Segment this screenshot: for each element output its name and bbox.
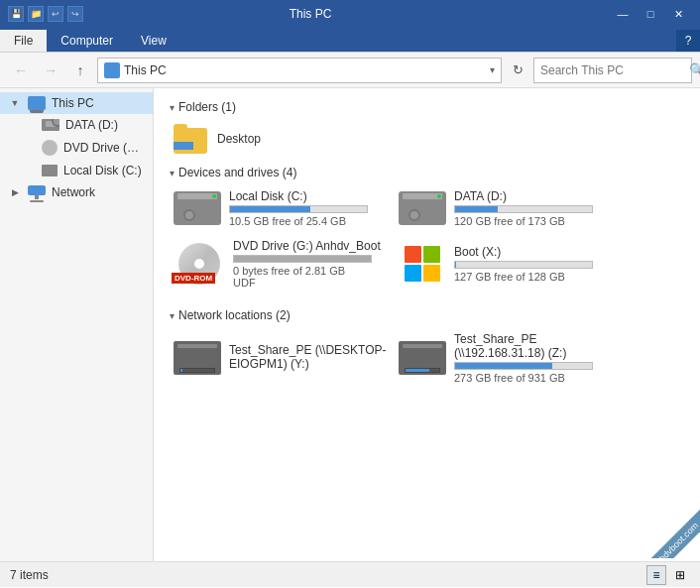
sidebar-label-this-pc: This PC [52, 96, 94, 110]
sidebar: ▼ This PC DATA (D:) DVD Drive (G:) Anhd … [0, 88, 154, 561]
refresh-button[interactable]: ↻ [506, 59, 529, 82]
expand-data-d-icon [22, 118, 36, 132]
sidebar-item-local-c[interactable]: Local Disk (C:) [0, 160, 153, 181]
drive-local-c-fill [230, 206, 310, 212]
drives-section-header: ▾ Devices and drives (4) [170, 162, 684, 183]
drives-grid: Local Disk (C:) 10.5 GB free of 25.4 GB … [174, 189, 684, 289]
windows-logo-icon [405, 246, 440, 282]
sidebar-label-dvd: DVD Drive (G:) Anhd [63, 141, 145, 155]
network-drives-grid: Test_Share_PE (\\DESKTOP-EIOGPM1) (Y:) T… [174, 332, 684, 384]
drive-dvd-g-fs: UDF [233, 277, 387, 289]
sidebar-item-this-pc[interactable]: ▼ This PC [0, 92, 153, 114]
drive-net-z[interactable]: Test_Share_PE (\\192.168.31.18) (Z:) 273… [399, 332, 612, 384]
expand-local-c-icon [22, 164, 36, 177]
net-drive-y-bar [179, 368, 215, 373]
close-button[interactable]: ✕ [664, 0, 692, 28]
up-button[interactable]: ↑ [67, 59, 93, 82]
drive-dvd-g-info: DVD Drive (G:) Anhdv_Boot 0 bytes free o… [233, 239, 387, 289]
drive-local-c[interactable]: Local Disk (C:) 10.5 GB free of 25.4 GB [174, 189, 387, 227]
expand-dvd-icon [22, 141, 36, 155]
drive-local-c-name: Local Disk (C:) [229, 189, 387, 203]
drive-net-z-icon [399, 340, 446, 376]
net-drive-z-bar [405, 368, 440, 373]
folders-section-header: ▾ Folders (1) [170, 96, 684, 118]
folders-toggle-icon[interactable]: ▾ [170, 102, 175, 113]
drive-net-z-info: Test_Share_PE (\\192.168.31.18) (Z:) 273… [454, 332, 612, 384]
main-area: ▼ This PC DATA (D:) DVD Drive (G:) Anhd … [0, 88, 700, 561]
network-icon [28, 185, 46, 199]
desktop-folder-item[interactable]: Desktop [174, 124, 684, 154]
drive-local-c-info: Local Disk (C:) 10.5 GB free of 25.4 GB [229, 189, 387, 227]
search-box[interactable]: 🔍 [533, 58, 692, 83]
search-input[interactable] [540, 63, 689, 77]
drive-boot-x-size: 127 GB free of 128 GB [454, 271, 612, 283]
list-view-button[interactable]: ≡ [646, 565, 666, 585]
address-pc-icon [104, 62, 120, 78]
sidebar-item-network[interactable]: ▶ Network [0, 181, 153, 203]
net-drive-z-fill [406, 369, 429, 372]
net-drive-z-visual [399, 341, 446, 375]
ribbon: File Computer View ? [0, 28, 700, 53]
help-button[interactable]: ? [676, 30, 700, 52]
drive-dvd-g[interactable]: DVD-ROM DVD Drive (G:) Anhdv_Boot 0 byte… [174, 239, 387, 289]
tab-computer[interactable]: Computer [47, 30, 127, 52]
address-text: This PC [124, 63, 486, 77]
search-icon: 🔍 [689, 62, 700, 77]
content-area: ▾ Folders (1) Desktop ▾ Devices and driv… [154, 88, 700, 561]
drive-boot-x-bar [454, 261, 593, 269]
status-count: 7 items [10, 568, 49, 582]
drive-boot-x-icon [399, 246, 446, 282]
drive-data-d-bar [454, 205, 593, 213]
drive-net-z-fill [455, 363, 552, 369]
sidebar-item-dvd-g[interactable]: DVD Drive (G:) Anhd [0, 136, 153, 160]
drive-data-d-fill [455, 206, 498, 212]
drive-net-y[interactable]: Test_Share_PE (\\DESKTOP-EIOGPM1) (Y:) [174, 332, 387, 384]
sidebar-label-network: Network [52, 185, 95, 199]
address-dropdown-icon[interactable]: ▾ [490, 64, 495, 75]
status-bar: 7 items ≡ ⊞ [0, 561, 700, 587]
drive-boot-x[interactable]: Boot (X:) 127 GB free of 128 GB [399, 239, 612, 289]
forward-button[interactable]: → [38, 59, 63, 82]
dvd-icon [42, 140, 58, 156]
drive-dvd-g-name: DVD Drive (G:) Anhdv_Boot [233, 239, 387, 253]
grid-view-button[interactable]: ⊞ [670, 565, 690, 585]
local-c-icon [42, 165, 58, 176]
net-drive-y-fill [180, 369, 182, 372]
drive-data-d-name: DATA (D:) [454, 189, 612, 203]
desktop-folder-icon [174, 124, 209, 154]
net-drive-y-visual [174, 341, 221, 375]
folders-section-title: Folders (1) [178, 100, 236, 114]
drive-data-d-info: DATA (D:) 120 GB free of 173 GB [454, 189, 612, 227]
data-d-icon [42, 119, 59, 131]
view-controls: ≡ ⊞ [646, 565, 690, 585]
network-toggle-icon[interactable]: ▾ [170, 310, 175, 321]
back-button[interactable]: ← [8, 59, 34, 82]
maximize-button[interactable]: □ [637, 0, 664, 28]
drive-boot-x-info: Boot (X:) 127 GB free of 128 GB [454, 245, 612, 283]
drives-toggle-icon[interactable]: ▾ [170, 168, 175, 178]
drive-data-d-icon [399, 190, 446, 226]
sidebar-item-data-d[interactable]: DATA (D:) [0, 114, 153, 136]
drive-boot-x-fill [455, 262, 456, 268]
drive-boot-x-name: Boot (X:) [454, 245, 612, 259]
toolbar: ← → ↑ This PC ▾ ↻ 🔍 [0, 53, 700, 88]
this-pc-icon [28, 96, 46, 110]
title-bar: 💾 📁 ↩ ↪ This PC — □ ✕ [0, 0, 700, 28]
drive-data-d-size: 120 GB free of 173 GB [454, 215, 612, 227]
desktop-folder-label: Desktop [217, 132, 261, 146]
dvd-rom-label: DVD-ROM [172, 273, 215, 284]
drive-net-y-icon [174, 340, 221, 376]
expand-network-icon: ▶ [8, 185, 22, 199]
drive-local-c-bar [229, 205, 368, 213]
drive-dvd-g-icon: DVD-ROM [174, 246, 225, 282]
drive-data-d[interactable]: DATA (D:) 120 GB free of 173 GB [399, 189, 612, 227]
tab-file[interactable]: File [0, 30, 47, 52]
tab-view[interactable]: View [127, 30, 180, 52]
ribbon-tabs: File Computer View ? [0, 28, 700, 52]
minimize-button[interactable]: — [609, 0, 637, 28]
window-controls: — □ ✕ [609, 0, 692, 28]
drive-net-z-bar-bg [454, 362, 593, 370]
sidebar-label-data-d: DATA (D:) [65, 118, 118, 132]
network-section-title: Network locations (2) [178, 308, 291, 322]
address-bar[interactable]: This PC ▾ [97, 58, 502, 83]
